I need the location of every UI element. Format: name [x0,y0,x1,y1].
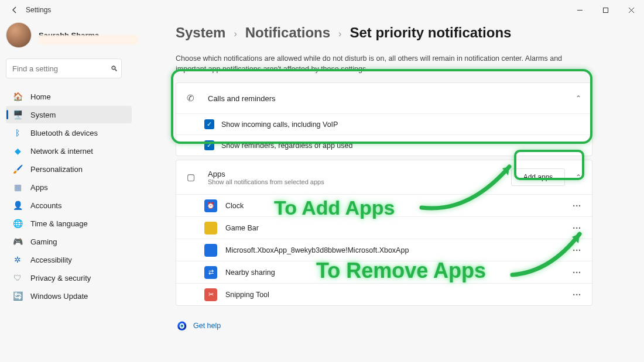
maximize-button[interactable] [592,0,618,20]
app-title: Settings [26,6,51,14]
nav-icon: ▦ [12,181,23,193]
nav-label: Time & language [30,219,88,228]
nav-label: System [30,111,56,119]
nav-icon: 🛡 [12,272,23,284]
option-label: Show incoming calls, including VoIP [221,120,338,129]
nav-label: Network & internet [30,147,93,156]
nav-item-bluetooth-devices[interactable]: ᛒBluetooth & devices [6,124,132,142]
app-name: Microsoft.XboxApp_8wekyb3d8bbwe!Microsof… [225,246,409,254]
chevron-right-icon: › [234,29,237,39]
nav-label: Bluetooth & devices [30,129,98,137]
nav-icon: ᛒ [12,127,23,139]
nav-item-personalization[interactable]: 🖌️Personalization [6,160,132,178]
nav-icon: 🖥️ [12,109,23,120]
apps-card-title: Apps [208,170,324,178]
app-icon: ✂ [204,288,217,301]
breadcrumb-notifications[interactable]: Notifications [245,25,330,41]
get-help-link[interactable]: 🧿 Get help [177,321,621,330]
checkbox-checked-icon[interactable]: ✓ [204,140,214,150]
search-input[interactable] [12,64,111,73]
app-icon: ⇄ [204,266,217,279]
app-row: Game Bar··· [176,216,592,239]
nav-item-apps[interactable]: ▦Apps [6,178,132,196]
checkbox-checked-icon[interactable]: ✓ [204,119,214,129]
close-button[interactable] [618,0,644,20]
calls-card-title: Calls and reminders [208,94,276,103]
nav-item-accounts[interactable]: 👤Accounts [6,196,132,214]
app-name: Clock [225,202,244,210]
app-name: Snipping Tool [225,291,269,299]
more-options-button[interactable]: ··· [573,268,581,277]
nav-icon: ◆ [12,145,23,157]
svg-rect-1 [603,8,608,12]
titlebar: Settings [0,0,644,20]
page-description: Choose which notifications are allowed w… [176,54,585,74]
nav-icon: 🌐 [12,218,23,229]
apps-card: ▢ Apps Show all notifications from selec… [176,160,592,306]
user-account[interactable]: Saurabh Sharma [6,22,132,48]
apps-card-subtitle: Show all notifications from selected app… [208,178,324,185]
app-name: Game Bar [225,224,259,232]
apps-icon: ▢ [187,172,200,182]
nav-label: Apps [30,183,48,192]
sidebar: Saurabh Sharma 🔍︎ 🏠Home🖥️SystemᛒBluetoot… [6,22,132,305]
apps-card-header[interactable]: ▢ Apps Show all notifications from selec… [176,160,592,194]
app-row: ⇄Nearby sharing··· [176,261,592,283]
app-icon: ⏰ [204,199,217,212]
chevron-up-icon: ⌃ [576,94,581,102]
nav-label: Personalization [30,165,83,174]
back-arrow-icon [11,6,19,14]
nav-label: Accessibility [30,256,72,264]
user-email-redacted [39,35,138,44]
app-name: Nearby sharing [225,268,275,277]
search-box[interactable]: 🔍︎ [6,58,122,78]
add-apps-button[interactable]: Add apps [511,168,565,186]
chevron-up-icon: ⌃ [576,173,581,181]
nav-icon: 🏠 [12,91,23,102]
app-row: ✂Snipping Tool··· [176,283,592,305]
more-options-button[interactable]: ··· [573,223,581,233]
main-content: System › Notifications › Set priority no… [176,22,621,330]
back-button[interactable] [5,0,25,20]
nav-item-time-language[interactable]: 🌐Time & language [6,215,132,232]
nav-item-accessibility[interactable]: ✲Accessibility [6,251,132,268]
nav-item-system[interactable]: 🖥️System [6,106,132,123]
nav-icon: 👤 [12,199,23,211]
breadcrumb: System › Notifications › Set priority no… [176,22,621,43]
phone-icon: ✆ [187,93,200,104]
app-icon [204,244,217,257]
app-row: ⏰Clock··· [176,194,592,216]
nav-item-windows-update[interactable]: 🔄Windows Update [6,287,132,305]
option-reminders[interactable]: ✓ Show reminders, regardless of app used [176,135,592,156]
breadcrumb-current: Set priority notifications [350,25,511,41]
calls-and-reminders-card: ✆ Calls and reminders ⌃ ✓ Show incoming … [176,82,592,156]
nav-item-privacy-security[interactable]: 🛡Privacy & security [6,269,132,287]
more-options-button[interactable]: ··· [573,246,581,255]
search-icon: 🔍︎ [111,64,118,73]
breadcrumb-system[interactable]: System [176,25,225,41]
option-label: Show reminders, regardless of app used [221,142,352,150]
option-incoming-calls[interactable]: ✓ Show incoming calls, including VoIP [176,113,592,135]
nav-icon: 🖌️ [12,163,23,175]
minimize-button[interactable] [567,0,592,20]
help-label: Get help [193,322,221,330]
avatar [6,22,32,48]
nav-icon: ✲ [12,254,23,266]
nav-label: Privacy & security [30,274,91,282]
nav-item-home[interactable]: 🏠Home [6,88,132,105]
more-options-button[interactable]: ··· [573,290,581,299]
more-options-button[interactable]: ··· [573,201,581,211]
window-controls [567,0,644,20]
nav-icon: 🔄 [12,290,23,302]
help-icon: 🧿 [177,321,187,330]
nav-label: Accounts [30,201,61,210]
nav-list: 🏠Home🖥️SystemᛒBluetooth & devices◆Networ… [6,88,132,305]
calls-card-header[interactable]: ✆ Calls and reminders ⌃ [176,83,592,113]
chevron-right-icon: › [338,29,341,39]
nav-label: Windows Update [30,292,88,301]
app-row: Microsoft.XboxApp_8wekyb3d8bbwe!Microsof… [176,239,592,261]
nav-item-network-internet[interactable]: ◆Network & internet [6,142,132,160]
nav-icon: 🎮 [12,236,23,247]
nav-item-gaming[interactable]: 🎮Gaming [6,233,132,250]
nav-label: Gaming [30,237,57,246]
